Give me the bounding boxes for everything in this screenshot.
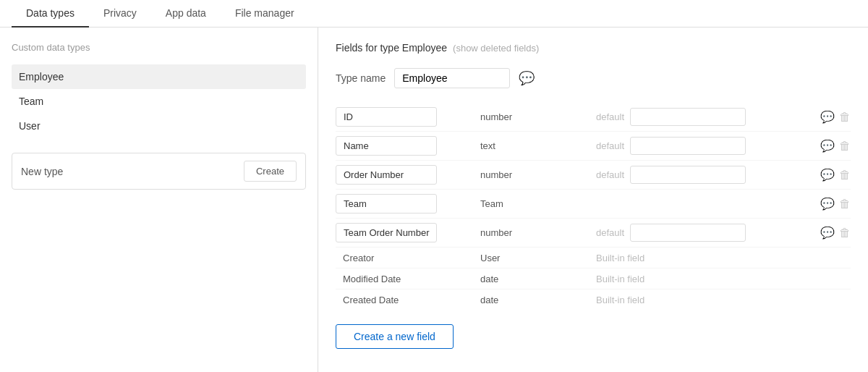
table-row: Name text default 💬 🗑: [336, 132, 851, 161]
field-name-cell: Creator: [336, 252, 480, 263]
field-actions: 💬 🗑: [820, 226, 851, 240]
type-item-user[interactable]: User 🗑: [12, 114, 306, 138]
default-input-id[interactable]: [630, 108, 746, 126]
main-content: Custom data types Employee 🗑 Team 🗑 User…: [0, 28, 868, 372]
field-name-team[interactable]: Team: [336, 194, 437, 214]
comment-field-team-icon[interactable]: 💬: [820, 197, 835, 211]
type-list: Employee 🗑 Team 🗑 User 🗑: [12, 64, 306, 138]
table-row: Modified Date date Built-in field: [336, 269, 851, 289]
tab-privacy[interactable]: Privacy: [89, 0, 151, 28]
delete-field-team-icon[interactable]: 🗑: [839, 198, 851, 211]
field-type-team: Team: [480, 198, 596, 209]
delete-field-id-icon[interactable]: 🗑: [839, 111, 851, 124]
type-name-input[interactable]: [394, 68, 510, 88]
delete-field-team-order-number-icon[interactable]: 🗑: [839, 227, 851, 240]
field-default-cell: Built-in field: [596, 295, 851, 305]
field-default-cell: Built-in field: [596, 253, 851, 263]
field-default-cell: default: [596, 224, 814, 242]
tab-bar: Data types Privacy App data File manager: [0, 0, 868, 28]
field-name-id[interactable]: ID: [336, 107, 437, 127]
field-name-cell: Name: [336, 136, 480, 156]
delete-field-order-number-icon[interactable]: 🗑: [839, 169, 851, 182]
field-actions: 💬 🗑: [820, 197, 851, 211]
new-type-label: New type: [21, 166, 63, 177]
left-panel: Custom data types Employee 🗑 Team 🗑 User…: [0, 28, 318, 372]
panel-title: Custom data types: [12, 42, 306, 53]
builtin-label-modified-date: Built-in field: [596, 274, 644, 284]
type-name-label: Type name: [336, 72, 386, 84]
create-type-button[interactable]: Create: [244, 161, 297, 182]
app-container: Data types Privacy App data File manager…: [0, 0, 868, 372]
new-type-input[interactable]: [69, 166, 238, 177]
field-default-cell: default: [596, 137, 814, 155]
tab-data-types[interactable]: Data types: [12, 0, 89, 28]
builtin-label-created-date: Built-in field: [596, 295, 644, 305]
default-label: default: [596, 111, 624, 122]
field-name-cell: Order Number: [336, 165, 480, 185]
comment-field-id-icon[interactable]: 💬: [820, 110, 835, 124]
fields-table: ID number default 💬 🗑 Name: [336, 103, 851, 310]
type-name-comment-icon[interactable]: 💬: [519, 70, 535, 86]
comment-field-name-icon[interactable]: 💬: [820, 139, 835, 153]
field-name-cell: Modified Date: [336, 273, 480, 284]
table-row: ID number default 💬 🗑: [336, 103, 851, 132]
default-input-team-order-number[interactable]: [630, 224, 746, 242]
field-actions: 💬 🗑: [820, 139, 851, 153]
field-name-order-number[interactable]: Order Number: [336, 165, 437, 185]
field-name-modified-date: Modified Date: [336, 270, 408, 288]
field-name-name[interactable]: Name: [336, 136, 437, 156]
field-name-creator: Creator: [336, 249, 381, 267]
builtin-label-creator: Built-in field: [596, 253, 644, 263]
table-row: Team Order Number number default 💬 🗑: [336, 219, 851, 248]
table-row: Created Date date Built-in field: [336, 289, 851, 310]
type-item-employee[interactable]: Employee 🗑: [12, 64, 306, 89]
field-default-cell: Built-in field: [596, 274, 851, 284]
tab-app-data[interactable]: App data: [151, 0, 221, 28]
field-name-cell: ID: [336, 107, 480, 127]
field-type-date: date: [480, 295, 596, 305]
type-item-label-team: Team: [19, 96, 43, 107]
show-deleted-link[interactable]: (show deleted fields): [453, 43, 539, 54]
comment-field-order-number-icon[interactable]: 💬: [820, 168, 835, 182]
type-item-label-employee: Employee: [19, 71, 64, 83]
field-default-cell: default: [596, 108, 814, 126]
type-name-row: Type name 💬: [336, 68, 851, 88]
field-default-cell: default: [596, 166, 814, 184]
table-row: Creator User Built-in field: [336, 248, 851, 269]
table-row: Order Number number default 💬 🗑: [336, 161, 851, 190]
field-type-number: number: [480, 111, 596, 122]
field-actions: 💬 🗑: [820, 110, 851, 124]
tab-file-manager[interactable]: File manager: [221, 0, 309, 28]
field-type-text: text: [480, 140, 596, 151]
field-actions: 💬 🗑: [820, 168, 851, 182]
field-name-created-date: Created Date: [336, 291, 406, 309]
field-type-user: User: [480, 253, 596, 263]
default-label: default: [596, 227, 624, 238]
field-type-number: number: [480, 169, 596, 180]
field-name-cell: Created Date: [336, 294, 480, 305]
field-type-number: number: [480, 227, 596, 238]
default-input-order-number[interactable]: [630, 166, 746, 184]
create-field-row: Create a new field: [336, 324, 851, 349]
create-new-field-button[interactable]: Create a new field: [336, 324, 454, 349]
type-item-label-user: User: [19, 120, 41, 132]
default-label: default: [596, 169, 624, 180]
field-name-team-order-number[interactable]: Team Order Number: [336, 223, 437, 242]
new-type-row: New type Create: [12, 153, 306, 190]
delete-field-name-icon[interactable]: 🗑: [839, 140, 851, 153]
field-name-cell: Team: [336, 194, 480, 214]
table-row: Team Team 💬 🗑: [336, 190, 851, 219]
comment-field-team-order-number-icon[interactable]: 💬: [820, 226, 835, 240]
fields-title: Fields for type Employee: [336, 42, 447, 54]
right-panel: Fields for type Employee (show deleted f…: [318, 28, 868, 372]
default-input-name[interactable]: [630, 137, 746, 155]
default-label: default: [596, 140, 624, 151]
type-item-team[interactable]: Team 🗑: [12, 89, 306, 114]
fields-header: Fields for type Employee (show deleted f…: [336, 42, 851, 54]
field-name-cell: Team Order Number: [336, 223, 480, 242]
field-type-date: date: [480, 274, 596, 284]
